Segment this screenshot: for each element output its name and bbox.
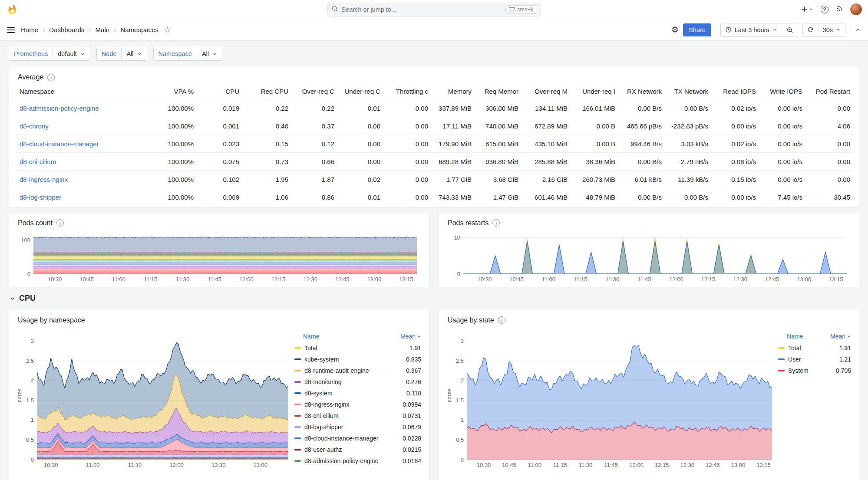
panel-title[interactable]: Pods restarts [448,219,488,227]
column-header[interactable]: Over-req C [292,84,338,99]
table-cell: 0.00 [384,117,432,135]
namespace-link[interactable]: d8-chrony [20,122,49,130]
table-cell: 0.01 [338,99,384,117]
legend-item[interactable]: User1.21 [777,354,852,365]
legend-item[interactable]: Total1.91 [777,342,852,354]
table-cell: 0.00 [806,153,854,171]
help-icon[interactable]: ? [821,6,828,13]
series-color-swatch [294,392,301,394]
series-color-swatch [778,370,785,372]
info-icon[interactable]: i [56,219,64,227]
table-cell: 743.33 MiB [432,188,475,206]
column-header[interactable]: CPU [197,84,243,99]
breadcrumb-home[interactable]: Home [21,26,38,33]
legend: Name Mean Total1.91User1.21System0.705 [777,327,852,376]
series-name: d8-runtime-audit-engine [304,367,403,374]
column-header[interactable]: Memory [432,84,475,99]
datasource-select[interactable]: default [53,47,90,61]
namespace-select[interactable]: All [197,47,222,61]
zoom-out-button[interactable] [782,23,798,36]
pods-restarts-chart[interactable]: 01010:3010:4511:0011:1511:3011:4512:0012… [446,230,852,283]
table-cell: 166.01 MiB [571,99,619,117]
table-cell: 100.00% [152,117,197,135]
grafana-logo[interactable] [6,3,18,15]
menu-toggle-icon[interactable] [7,25,15,35]
legend-item[interactable]: d8-ingress-nginx0.0994 [294,399,422,410]
share-button[interactable]: Share [683,23,711,36]
legend-item[interactable]: d8-log-shipper0.0679 [294,421,422,433]
column-header[interactable]: Under-req I [571,84,619,99]
column-header[interactable]: TX Network [665,84,712,99]
legend-mean-header[interactable]: Mean [830,333,851,340]
legend-item[interactable]: d8-admission-policy-engine0.0184 [294,455,422,467]
dashboard-settings-icon[interactable]: ⚙ [671,26,679,34]
column-header[interactable]: RX Network [619,84,665,99]
search-input[interactable]: Search or jump to... cmd+k [327,3,541,16]
refresh-button[interactable] [803,23,818,36]
panel-title[interactable]: Usage by namespace [18,316,85,324]
column-header[interactable]: Req CPU [243,84,292,99]
usage-by-namespace-chart[interactable]: 00.511.522.5310:3011:0011:3012:0012:3013… [16,327,294,469]
panel-title[interactable]: Average [18,73,43,81]
legend-item[interactable]: d8-runtime-audit-engine0.367 [294,365,422,376]
cpu-section-header[interactable]: CPU [9,293,859,305]
breadcrumb-current[interactable]: Namespaces [120,26,158,33]
info-icon[interactable]: i [492,219,500,227]
namespace-link[interactable]: d8-admission-policy-engine [20,105,99,112]
namespace-link[interactable]: d8-cni-cilium [20,158,56,165]
table-cell: d8-chrony [16,117,152,135]
usage-by-state-chart[interactable]: 00.511.522.5310:3010:4511:0011:1511:3011… [446,327,777,469]
new-button[interactable] [801,6,814,13]
legend-item[interactable]: d8-cni-cilium0.0731 [294,410,422,421]
breadcrumb-dashboards[interactable]: Dashboards [49,26,84,33]
collapse-toolbar-button[interactable] [855,26,861,33]
favorite-star-icon[interactable]: ☆ [164,26,171,34]
column-header[interactable]: VPA % [152,84,197,99]
breadcrumb-main[interactable]: Main [96,26,110,33]
legend-item[interactable]: Total1.91 [294,342,422,354]
time-range-picker[interactable]: Last 3 hours [721,23,782,36]
namespace-link[interactable]: d8-log-shipper [20,194,61,201]
column-header[interactable]: Pod Restart [806,84,854,99]
table-cell: 0.00 io/s [712,117,759,135]
news-icon[interactable] [835,5,843,14]
column-header[interactable]: Read IOPS [712,84,759,99]
panel-title[interactable]: Pods count [18,219,53,227]
legend-item[interactable]: System0.705 [777,365,852,376]
legend-item[interactable]: kube-system0.835 [294,354,422,365]
series-mean-value: 0.367 [406,367,421,374]
column-header[interactable]: Req Memor [475,84,522,99]
column-header[interactable]: Under-req C [338,84,384,99]
svg-text:12:45: 12:45 [765,276,779,283]
svg-text:11:30: 11:30 [579,462,593,468]
column-header[interactable]: Write IOPS [759,84,806,99]
column-header[interactable]: Throttling c [384,84,432,99]
table-cell: 0.00 [338,153,384,171]
legend-item[interactable]: d8-system0.118 [294,388,422,399]
column-header[interactable]: Over-req M [522,84,571,99]
info-icon[interactable]: i [498,316,505,324]
legend: Name Mean Total1.91kube-system0.835d8-ru… [294,327,422,467]
pods-count-chart[interactable]: 010010:3010:4511:0011:1511:3011:4512:001… [16,230,422,283]
namespace-link[interactable]: d8-cloud-instance-manager [20,140,99,148]
node-select[interactable]: All [122,47,147,61]
series-mean-value: 0.118 [406,390,421,397]
legend-name-header[interactable]: Name [787,333,803,340]
info-icon[interactable]: i [47,74,55,81]
refresh-interval-picker[interactable]: 30s [818,23,845,36]
user-avatar[interactable] [850,3,862,15]
svg-text:11:30: 11:30 [176,276,190,283]
dashboard-content: Prometheus default Node All Namespace Al… [0,47,868,480]
legend-item[interactable]: d8-user-authz0.0215 [294,444,422,455]
legend-name-header[interactable]: Name [303,333,319,340]
table-cell: 0.73 [243,153,292,171]
panel-title[interactable]: Usage by state [448,316,494,324]
namespace-link[interactable]: d8-ingress-nginx [20,176,68,183]
svg-text:10:30: 10:30 [478,276,492,283]
legend-item[interactable]: d8-cloud-instance-manager0.0228 [294,433,422,444]
column-header[interactable]: Namespace [16,84,152,99]
series-mean-value: 1.91 [409,345,421,352]
svg-text:1.5: 1.5 [456,397,464,403]
legend-item[interactable]: d8-monitoring0.276 [294,376,422,388]
legend-mean-header[interactable]: Mean [400,333,421,340]
